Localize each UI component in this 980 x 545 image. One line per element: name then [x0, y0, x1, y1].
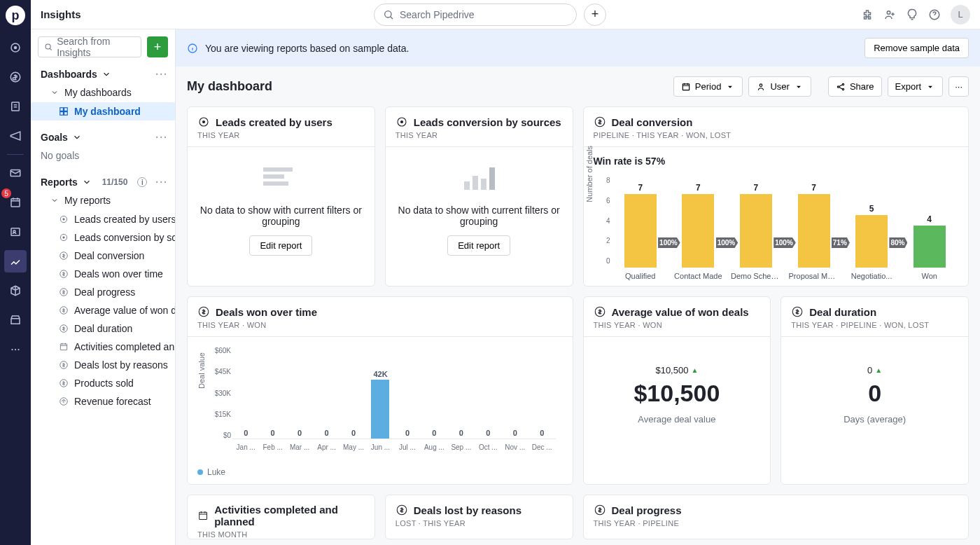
report-item[interactable]: Deal conversion: [31, 247, 175, 265]
card-activities: Activities completed and planned THIS MO…: [187, 495, 375, 539]
svg-point-20: [63, 219, 64, 220]
rail-campaigns[interactable]: [4, 125, 27, 147]
extensions-icon[interactable]: [861, 8, 874, 21]
info-icon[interactable]: i: [137, 177, 147, 187]
rail-contacts[interactable]: [4, 221, 27, 243]
dashboard-icon: [59, 106, 69, 116]
currency-icon: [594, 305, 606, 318]
report-item[interactable]: Deals won over time: [31, 265, 175, 283]
remove-sample-data-button[interactable]: Remove sample data: [864, 38, 969, 58]
section-menu[interactable]: ···: [155, 132, 168, 143]
report-item[interactable]: Leads created by users: [31, 210, 175, 228]
rail-deals[interactable]: [4, 66, 27, 88]
report-item[interactable]: Deals lost by reasons: [31, 356, 175, 374]
report-item[interactable]: Activities completed an...: [31, 338, 175, 356]
svg-rect-16: [64, 108, 68, 111]
svg-point-36: [842, 83, 844, 85]
section-menu[interactable]: ···: [155, 177, 168, 188]
chart-placeholder-icon: [458, 161, 500, 196]
svg-point-12: [887, 11, 890, 14]
svg-rect-53: [200, 512, 207, 519]
trend-up-icon: ▲: [875, 366, 882, 374]
y-axis-ticks: $60K$45K$30K$15K$0: [207, 347, 231, 439]
rail-divider: [7, 154, 24, 155]
svg-rect-41: [263, 174, 284, 179]
report-item[interactable]: Deal progress: [31, 283, 175, 301]
svg-rect-15: [60, 108, 64, 111]
edit-report-button[interactable]: Edit report: [249, 235, 312, 256]
card-leads-conversion: Leads conversion by sources THIS YEAR No…: [385, 106, 573, 287]
help-icon[interactable]: [928, 8, 941, 21]
rail-insights[interactable]: [4, 250, 27, 272]
y-axis-ticks: 86420: [603, 177, 610, 265]
y-axis-label: Deal value: [197, 352, 206, 389]
report-item[interactable]: Products sold: [31, 374, 175, 392]
folder-my-reports[interactable]: My reports: [31, 191, 175, 210]
svg-point-34: [760, 83, 763, 86]
chevron-down-icon: [72, 132, 82, 142]
rail-more[interactable]: [4, 338, 27, 361]
nav-rail: p 5: [0, 0, 31, 545]
rail-projects[interactable]: [4, 95, 27, 118]
svg-point-35: [837, 85, 839, 87]
y-axis-label: Number of deals: [585, 146, 594, 202]
report-item[interactable]: Average value of won d...: [31, 301, 175, 319]
caret-down-icon: [794, 82, 804, 92]
svg-rect-45: [464, 181, 470, 190]
report-item[interactable]: Leads conversion by so...: [31, 228, 175, 247]
share-button[interactable]: Share: [828, 76, 882, 97]
svg-rect-40: [263, 167, 293, 172]
currency-icon: [594, 504, 606, 516]
currency-icon: [791, 305, 804, 318]
section-reports[interactable]: Reports11/150i···: [31, 172, 175, 191]
folder-my-dashboards[interactable]: My dashboards: [31, 83, 175, 102]
info-icon: [187, 43, 198, 54]
section-dashboards[interactable]: Dashboards···: [31, 64, 175, 83]
assistant-icon[interactable]: [906, 8, 918, 21]
chevron-down-icon: [50, 196, 59, 205]
svg-rect-33: [682, 83, 689, 90]
card-deals-lost: Deals lost by reasons LOST · THIS YEAR: [385, 495, 573, 539]
rail-activities[interactable]: 5: [4, 191, 27, 214]
user-avatar[interactable]: L: [951, 5, 970, 25]
dashboard-title: My dashboard: [187, 79, 272, 94]
period-filter[interactable]: Period: [673, 76, 743, 97]
caret-down-icon: [925, 82, 935, 92]
currency-icon: [594, 116, 606, 128]
rail-mail[interactable]: [4, 162, 27, 184]
svg-point-44: [400, 121, 402, 123]
topbar: Insights Search Pipedrive + L: [31, 0, 980, 29]
insights-search[interactable]: Search from Insights: [38, 36, 141, 57]
more-button[interactable]: ···: [948, 76, 969, 97]
svg-point-7: [13, 230, 15, 233]
logo[interactable]: p: [6, 6, 25, 25]
target-icon: [197, 116, 210, 128]
svg-point-8: [11, 349, 13, 350]
rail-leads[interactable]: [4, 36, 27, 59]
section-menu[interactable]: ···: [155, 69, 168, 80]
chevron-down-icon: [102, 69, 111, 79]
svg-point-10: [18, 349, 19, 350]
rail-marketplace[interactable]: [4, 309, 27, 331]
sample-data-banner: You are viewing reports based on sample …: [176, 29, 980, 67]
legend-dot: [197, 469, 203, 475]
global-search[interactable]: Search Pipedrive: [374, 4, 577, 26]
rail-badge: 5: [1, 188, 11, 198]
edit-report-button[interactable]: Edit report: [447, 235, 510, 256]
add-report-button[interactable]: +: [147, 36, 168, 57]
item-my-dashboard[interactable]: My dashboard: [31, 102, 175, 120]
report-item[interactable]: Revenue forecast: [31, 392, 175, 411]
card-avg-value: Average value of won deals THIS YEAR · W…: [583, 296, 771, 485]
svg-rect-46: [472, 176, 478, 190]
export-button[interactable]: Export: [888, 76, 944, 97]
chart-legend: Luke: [188, 462, 573, 484]
report-item[interactable]: Deal duration: [31, 319, 175, 338]
user-filter[interactable]: User: [748, 76, 811, 97]
quick-add-button[interactable]: +: [584, 4, 606, 26]
invite-icon[interactable]: [883, 8, 896, 21]
page-title: Insights: [41, 8, 81, 20]
svg-point-37: [842, 88, 844, 90]
rail-products[interactable]: [4, 280, 27, 302]
trend-up-icon: ▲: [691, 366, 698, 374]
section-goals[interactable]: Goals···: [31, 127, 175, 146]
